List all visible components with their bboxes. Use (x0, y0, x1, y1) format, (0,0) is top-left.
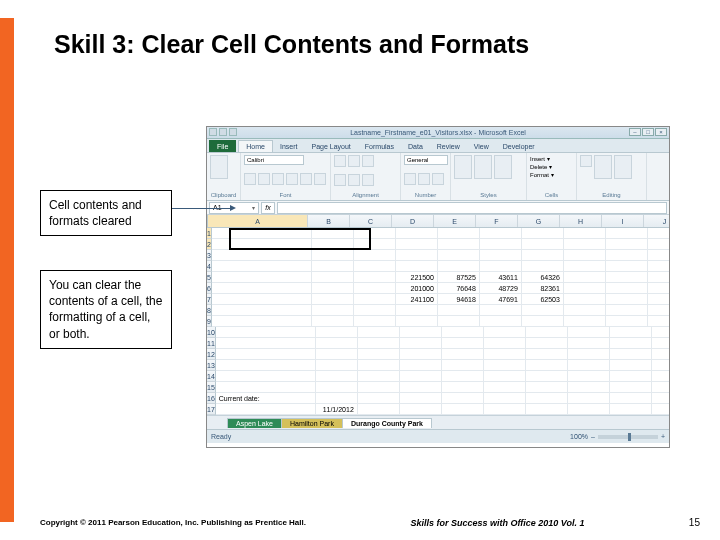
cell[interactable] (606, 316, 648, 327)
cell[interactable] (526, 371, 568, 382)
cell[interactable] (610, 371, 652, 382)
cell[interactable]: 64326 (522, 272, 564, 283)
cell[interactable] (606, 305, 648, 316)
cell[interactable] (484, 393, 526, 404)
cell[interactable] (216, 349, 316, 360)
cell[interactable] (652, 404, 669, 415)
cell[interactable] (358, 338, 400, 349)
cell[interactable] (212, 305, 312, 316)
row-header[interactable]: 12 (207, 349, 216, 360)
find-select-icon[interactable] (614, 155, 632, 179)
cell[interactable] (484, 404, 526, 415)
cell[interactable] (526, 360, 568, 371)
cell[interactable]: 11/1/2012 (316, 404, 358, 415)
cell[interactable] (358, 360, 400, 371)
align-center-icon[interactable] (348, 174, 360, 186)
cell[interactable] (484, 360, 526, 371)
cells-delete[interactable]: Delete ▾ (530, 163, 573, 171)
cell[interactable] (400, 338, 442, 349)
sheet-tab-3[interactable]: Durango County Park (342, 418, 432, 428)
cell[interactable] (568, 338, 610, 349)
fill-color-icon[interactable] (300, 173, 312, 185)
cell[interactable] (212, 228, 312, 239)
cell[interactable]: 87525 (438, 272, 480, 283)
tab-insert[interactable]: Insert (273, 140, 305, 152)
row-header[interactable]: 10 (207, 327, 216, 338)
cell[interactable] (484, 371, 526, 382)
close-button[interactable]: × (655, 128, 667, 136)
cell[interactable] (648, 283, 669, 294)
cell[interactable] (442, 360, 484, 371)
cell[interactable] (438, 316, 480, 327)
cell[interactable] (396, 239, 438, 250)
cell[interactable] (438, 239, 480, 250)
tab-review[interactable]: Review (430, 140, 467, 152)
cell[interactable] (312, 228, 354, 239)
row-header[interactable]: 14 (207, 371, 216, 382)
font-color-icon[interactable] (314, 173, 326, 185)
paste-icon[interactable] (210, 155, 228, 179)
font-name-select[interactable]: Calibri (244, 155, 304, 165)
cell[interactable] (606, 228, 648, 239)
cell[interactable] (354, 250, 396, 261)
cell[interactable] (568, 382, 610, 393)
sheet-tab-2[interactable]: Hamilton Park (281, 418, 343, 428)
cell[interactable] (652, 338, 669, 349)
cell[interactable] (396, 228, 438, 239)
cell[interactable]: 62503 (522, 294, 564, 305)
cell[interactable] (606, 250, 648, 261)
minimize-button[interactable]: – (629, 128, 641, 136)
cell[interactable]: 221500 (396, 272, 438, 283)
italic-icon[interactable] (258, 173, 270, 185)
cell[interactable] (438, 250, 480, 261)
cell[interactable] (526, 382, 568, 393)
zoom-slider[interactable] (598, 435, 658, 439)
cell[interactable] (648, 305, 669, 316)
row-header[interactable]: 17 (207, 404, 216, 415)
tab-file[interactable]: File (209, 140, 236, 152)
cell[interactable] (564, 239, 606, 250)
cell[interactable] (216, 338, 316, 349)
col-header-I[interactable]: I (602, 215, 644, 227)
cell[interactable] (480, 250, 522, 261)
cell[interactable] (442, 338, 484, 349)
cell[interactable] (312, 305, 354, 316)
cell[interactable] (312, 261, 354, 272)
row-header[interactable]: 11 (207, 338, 216, 349)
cell[interactable] (216, 371, 316, 382)
cell[interactable] (354, 305, 396, 316)
comma-icon[interactable] (432, 173, 444, 185)
cell[interactable]: 82361 (522, 283, 564, 294)
cell[interactable] (652, 393, 669, 404)
cell[interactable] (484, 349, 526, 360)
maximize-button[interactable]: □ (642, 128, 654, 136)
cell[interactable] (652, 382, 669, 393)
cell[interactable] (316, 382, 358, 393)
cell[interactable] (442, 404, 484, 415)
cell[interactable] (312, 250, 354, 261)
cell[interactable] (564, 272, 606, 283)
cell[interactable] (568, 360, 610, 371)
cell[interactable] (358, 371, 400, 382)
cell[interactable] (610, 338, 652, 349)
formula-input[interactable] (277, 202, 667, 214)
cell[interactable] (354, 261, 396, 272)
cell[interactable] (526, 349, 568, 360)
currency-icon[interactable] (404, 173, 416, 185)
align-left-icon[interactable] (334, 174, 346, 186)
cell[interactable] (316, 349, 358, 360)
cell[interactable] (480, 239, 522, 250)
cell[interactable] (312, 239, 354, 250)
bold-icon[interactable] (244, 173, 256, 185)
cell[interactable] (212, 250, 312, 261)
tab-formulas[interactable]: Formulas (358, 140, 401, 152)
cell[interactable] (648, 316, 669, 327)
cell[interactable] (522, 305, 564, 316)
col-header-G[interactable]: G (518, 215, 560, 227)
cell[interactable] (564, 316, 606, 327)
cell[interactable]: 94618 (438, 294, 480, 305)
cell[interactable] (568, 404, 610, 415)
cell[interactable] (216, 382, 316, 393)
cell[interactable] (216, 327, 316, 338)
cell[interactable] (480, 261, 522, 272)
